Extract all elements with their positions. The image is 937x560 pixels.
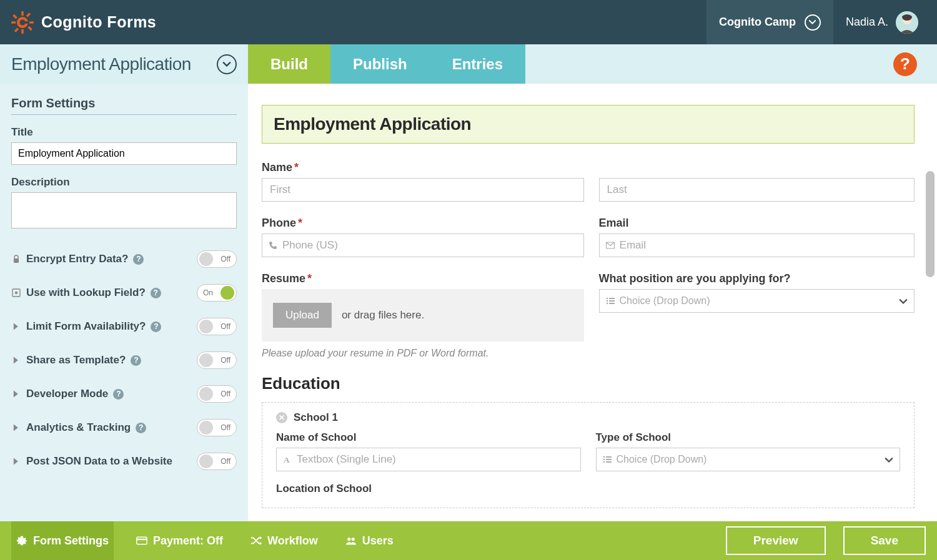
help-icon[interactable]: ? <box>151 288 161 298</box>
tab-bar: Build Publish Entries <box>248 44 525 84</box>
row-limit: Limit Form Availability? ? Off <box>11 310 237 343</box>
row-label: Share as Template? <box>26 354 126 366</box>
row-analytics: Analytics & Tracking ? Off <box>11 411 237 445</box>
row-postjson: Post JSON Data to a Website Off <box>11 445 237 478</box>
row-share: Share as Template? ? Off <box>11 343 237 377</box>
svg-rect-1 <box>21 11 24 16</box>
list-icon <box>603 455 612 464</box>
preview-button[interactable]: Preview <box>726 526 826 555</box>
tab-entries[interactable]: Entries <box>430 44 525 84</box>
upload-area[interactable]: Upload or drag files here. <box>262 289 584 341</box>
form-name-area: Employment Application <box>0 54 248 74</box>
users-icon <box>345 535 357 546</box>
footer-payment[interactable]: Payment: Off <box>131 521 228 560</box>
help-icon[interactable]: ? <box>131 355 141 366</box>
title-input[interactable] <box>11 142 237 165</box>
canvas-wrap: Employment Application Name* Phone* <box>248 84 937 521</box>
svg-rect-2 <box>21 29 24 33</box>
svg-rect-10 <box>24 21 29 24</box>
chevron-down-icon <box>885 457 893 463</box>
card-icon <box>136 535 147 546</box>
form-dropdown-toggle[interactable] <box>217 54 237 74</box>
toggle-share[interactable]: Off <box>197 351 237 369</box>
toggle-lookup[interactable]: On <box>197 284 237 302</box>
brand-text: Cognito Forms <box>41 13 156 31</box>
save-button[interactable]: Save <box>843 526 926 555</box>
org-switcher[interactable]: Cognito Camp <box>706 0 833 44</box>
svg-rect-8 <box>14 27 19 32</box>
caret-right-icon <box>11 322 21 332</box>
sub-bar: Employment Application Build Publish Ent… <box>0 44 937 84</box>
form-title: Employment Application <box>274 114 903 134</box>
resume-helper: Please upload your resume in PDF or Word… <box>262 348 584 359</box>
description-label: Description <box>11 176 237 189</box>
cognito-logo-icon <box>11 11 34 34</box>
school-section[interactable]: ✕ School 1 Name of School A Textbox (Sin… <box>262 402 915 508</box>
school-name-input[interactable]: A Textbox (Single Line) <box>276 448 581 471</box>
svg-point-21 <box>606 303 608 305</box>
user-menu[interactable]: Nadia A. <box>833 11 926 34</box>
tab-publish[interactable]: Publish <box>330 44 430 84</box>
help-icon[interactable]: ? <box>151 322 161 332</box>
row-label: Limit Form Availability? <box>26 320 146 333</box>
footer-workflow[interactable]: Workflow <box>245 521 323 560</box>
form-name: Employment Application <box>11 54 191 74</box>
row-label: Analytics & Tracking <box>26 421 131 434</box>
remove-icon[interactable]: ✕ <box>276 412 287 423</box>
svg-point-32 <box>347 538 350 541</box>
help-icon[interactable]: ? <box>133 254 144 265</box>
svg-rect-6 <box>27 26 32 31</box>
position-select[interactable]: Choice (Drop Down) <box>599 289 915 313</box>
school-heading: School 1 <box>294 411 338 424</box>
shuffle-icon <box>250 535 262 546</box>
svg-text:A: A <box>284 455 290 464</box>
phone-input[interactable]: Phone (US) <box>262 233 584 257</box>
sidebar-heading: Form Settings <box>11 96 237 115</box>
svg-point-28 <box>603 461 605 463</box>
help-icon[interactable]: ? <box>136 423 146 433</box>
school-type-select[interactable]: Choice (Drop Down) <box>596 448 901 471</box>
row-label: Post JSON Data to a Website <box>26 455 172 468</box>
footer-bar: Form Settings Payment: Off Workflow User… <box>0 521 937 560</box>
gear-icon <box>16 535 27 546</box>
svg-rect-4 <box>29 21 34 24</box>
school-location-label: Location of School <box>276 483 581 495</box>
help-button[interactable]: ? <box>893 52 917 76</box>
tab-build[interactable]: Build <box>248 44 330 84</box>
form-canvas: Employment Application Name* Phone* <box>248 84 937 508</box>
toggle-encrypt[interactable]: Off <box>197 250 237 268</box>
svg-point-24 <box>603 456 605 458</box>
phone-icon <box>269 241 277 250</box>
upload-button[interactable]: Upload <box>273 303 332 328</box>
svg-point-26 <box>603 459 605 461</box>
caret-right-icon <box>11 355 21 365</box>
text-icon: A <box>283 455 292 464</box>
svg-rect-31 <box>137 539 147 540</box>
email-input[interactable]: Email <box>599 233 915 257</box>
toggle-limit[interactable]: Off <box>197 318 237 335</box>
toggle-analytics[interactable]: Off <box>197 419 237 436</box>
row-lookup: Use with Lookup Field? ? On <box>11 276 237 310</box>
footer-form-settings[interactable]: Form Settings <box>11 521 114 560</box>
avatar <box>896 11 918 34</box>
toggle-developer[interactable]: Off <box>197 385 237 403</box>
svg-point-15 <box>15 292 17 294</box>
mail-icon <box>606 241 615 250</box>
last-name-input[interactable] <box>599 178 915 202</box>
footer-users[interactable]: Users <box>340 521 399 560</box>
row-label: Developer Mode <box>26 388 108 400</box>
school-type-label: Type of School <box>596 431 901 444</box>
form-title-bar[interactable]: Employment Application <box>262 105 915 144</box>
brand-area: Cognito Forms <box>11 11 156 34</box>
school-name-label: Name of School <box>276 431 581 444</box>
caret-right-icon <box>11 389 21 399</box>
help-icon[interactable]: ? <box>113 389 124 400</box>
svg-point-17 <box>606 298 608 300</box>
svg-rect-25 <box>606 456 612 458</box>
first-name-input[interactable] <box>262 178 584 202</box>
description-input[interactable] <box>11 192 237 228</box>
row-label: Use with Lookup Field? <box>26 287 146 299</box>
toggle-postjson[interactable]: Off <box>197 453 237 470</box>
scrollbar[interactable] <box>926 171 935 277</box>
title-label: Title <box>11 126 237 139</box>
